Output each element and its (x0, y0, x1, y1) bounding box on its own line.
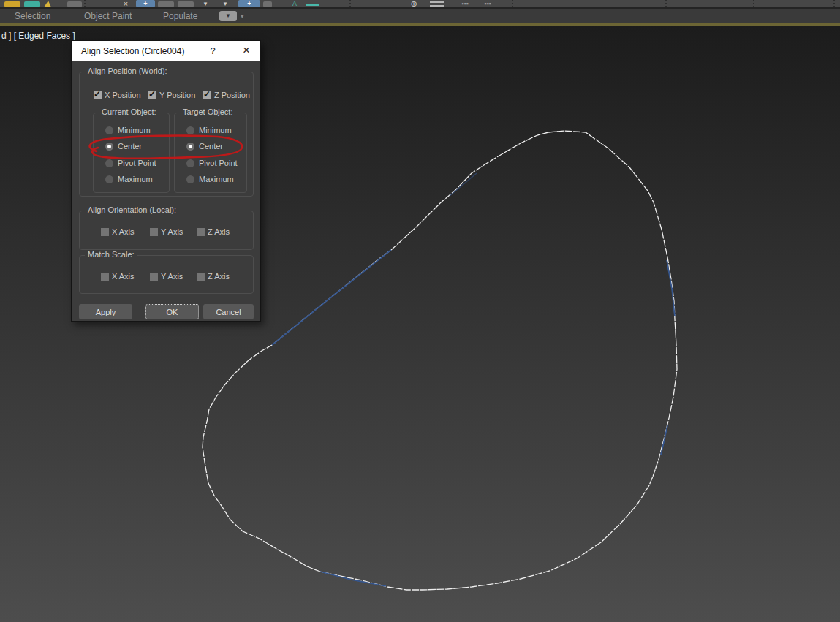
select-and-manipulate-icon[interactable]: + (238, 0, 260, 7)
radio-target-pivot-point[interactable]: Pivot Point (186, 159, 238, 167)
checkbox-box-icon: ✓ (150, 228, 158, 236)
tab-selection[interactable]: Selection (15, 9, 50, 25)
radio-target-maximum[interactable]: Maximum (186, 175, 234, 183)
checkbox-label: Y Position (159, 91, 195, 99)
radio-label: Minimum (199, 126, 232, 134)
toolbar-separator (349, 0, 351, 7)
percent-snap-line-icon[interactable] (306, 4, 319, 6)
checkbox-label: Y Axis (161, 272, 183, 281)
spline-selected-segment-2[interactable] (661, 425, 667, 455)
radio-target-center[interactable]: Center (186, 142, 223, 151)
checkbox-scale-y-axis[interactable]: ✓ Y Axis (150, 272, 183, 281)
apply-button[interactable]: Apply (79, 304, 132, 319)
radio-current-center[interactable]: Center (105, 142, 142, 151)
align-orientation-group: Align Orientation (Local): ✓ X Axis ✓ Y … (79, 211, 254, 250)
radio-label: Pivot Point (118, 159, 156, 167)
checkbox-box-icon: ✓ (148, 91, 156, 99)
radio-target-minimum[interactable]: Minimum (186, 126, 232, 134)
radio-label: Center (199, 142, 223, 151)
ok-button[interactable]: OK (145, 304, 199, 319)
checkbox-box-icon: ✓ (101, 273, 109, 281)
selection-filter-dots-icon[interactable]: ···· (88, 0, 115, 7)
spline-selected-segment-0[interactable] (272, 250, 391, 345)
checkbox-orientation-x-axis[interactable]: ✓ X Axis (101, 227, 135, 236)
ribbon-divider (0, 23, 840, 26)
help-button[interactable]: ? (205, 41, 221, 61)
track-bars-icon[interactable] (430, 1, 444, 7)
radio-circle-icon (186, 175, 194, 183)
checkbox-y-position[interactable]: ✓ Y Position (148, 91, 195, 99)
checkbox-label: Z Axis (208, 227, 230, 236)
match-scale-group: Match Scale: ✓ X Axis ✓ Y Axis ✓ Z Axis (79, 255, 254, 294)
checkbox-scale-x-axis[interactable]: ✓ X Axis (101, 272, 135, 281)
toolbar-separator (833, 0, 835, 7)
checkbox-orientation-z-axis[interactable]: ✓ Z Axis (197, 227, 230, 236)
toolbar-separator (665, 0, 667, 7)
select-and-move-icon[interactable]: + (136, 0, 155, 7)
mini-graph-icon-1[interactable]: ▪▪▪ (455, 0, 474, 7)
close-icon[interactable]: × (235, 41, 257, 61)
spline-curve[interactable] (203, 131, 677, 590)
ribbon-tab-bar: Selection Object Paint Populate ▾ ▾ (0, 7, 840, 23)
main-toolbar: ···· × + ▾ ▾ + ··A ··· ⊕ ▪▪▪ ▪▪▪ (0, 0, 840, 7)
cancel-button[interactable]: Cancel (203, 304, 254, 319)
select-and-rotate-icon[interactable] (158, 1, 174, 7)
target-object-group: Target Object: Minimum Center Pivot Poin… (174, 113, 247, 193)
checkbox-label: Z Axis (208, 272, 230, 281)
toolbar-separator (84, 0, 86, 7)
radio-label: Maximum (118, 175, 153, 183)
angle-snap-icon[interactable]: ··A (284, 0, 301, 7)
radio-circle-icon (186, 159, 194, 167)
align-selection-dialog: Align Selection (Circle004) ? × Align Po… (71, 40, 261, 322)
select-by-name-icon[interactable] (67, 1, 82, 7)
application-window: ···· × + ▾ ▾ + ··A ··· ⊕ ▪▪▪ ▪▪▪ Selecti… (0, 0, 840, 622)
select-object-icon[interactable] (44, 1, 51, 7)
current-object-label: Current Object: (99, 107, 159, 116)
radio-current-maximum[interactable]: Maximum (105, 175, 153, 183)
align-position-label: Align Position (World): (85, 67, 170, 75)
radio-label: Pivot Point (199, 159, 238, 167)
checkbox-label: Y Axis (161, 227, 183, 236)
radio-circle-icon (105, 143, 113, 151)
radio-circle-icon (186, 143, 194, 151)
tab-populate[interactable]: Populate (163, 9, 197, 25)
crosshair-circle-icon[interactable]: ⊕ (406, 0, 421, 7)
checkbox-orientation-y-axis[interactable]: ✓ Y Axis (150, 227, 183, 236)
checkbox-label: X Axis (112, 272, 135, 281)
checkbox-box-icon: ✓ (197, 228, 205, 236)
spline-selected-segment-1[interactable] (667, 260, 675, 316)
keyboard-override-icon[interactable] (263, 1, 272, 7)
tab-object-paint[interactable]: Object Paint (84, 9, 132, 25)
checkbox-x-position[interactable]: ✓ X Position (94, 91, 141, 99)
current-object-group: Current Object: Minimum Center Pivot Poi… (93, 113, 170, 193)
checkbox-scale-z-axis[interactable]: ✓ Z Axis (197, 272, 230, 281)
checkbox-label: Z Position (214, 91, 250, 99)
spinner-snap-dots-icon[interactable]: ··· (328, 0, 345, 7)
select-and-link-icon[interactable] (4, 1, 20, 7)
radio-circle-icon (105, 159, 113, 167)
axis-dropdown-icon[interactable]: ▾ (219, 0, 231, 7)
align-position-group: Align Position (World): ✓ X Position ✓ Y… (79, 72, 254, 197)
radio-circle-icon (105, 175, 113, 183)
match-scale-label: Match Scale: (85, 250, 137, 259)
radio-label: Minimum (118, 126, 151, 134)
checkbox-box-icon: ✓ (197, 273, 205, 281)
checkbox-label: X Position (105, 91, 141, 99)
selection-region-x-icon[interactable]: × (119, 0, 132, 7)
unlink-selection-icon[interactable] (24, 1, 40, 7)
checkbox-box-icon: ✓ (150, 273, 158, 281)
radio-current-pivot-point[interactable]: Pivot Point (105, 159, 156, 167)
checkbox-z-position[interactable]: ✓ Z Position (203, 91, 250, 99)
toolbar-separator (753, 0, 754, 7)
mini-graph-icon-2[interactable]: ▪▪▪ (477, 0, 498, 7)
dialog-titlebar[interactable]: Align Selection (Circle004) ? × (72, 41, 260, 61)
ribbon-minimize-button[interactable]: ▾ (219, 11, 237, 21)
radio-circle-icon (105, 126, 113, 134)
radio-current-minimum[interactable]: Minimum (105, 126, 151, 134)
chevron-down-icon[interactable]: ▾ (241, 12, 244, 20)
spline-selected-segment-4[interactable] (450, 173, 477, 196)
select-and-scale-icon[interactable] (178, 1, 194, 7)
align-orientation-label: Align Orientation (Local): (85, 205, 179, 214)
pivot-dropdown-icon[interactable]: ▾ (200, 0, 211, 7)
checkbox-box-icon: ✓ (94, 91, 102, 99)
